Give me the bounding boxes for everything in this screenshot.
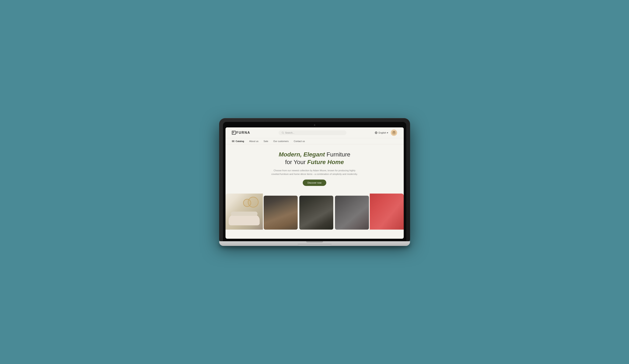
- discover-button[interactable]: Discover now: [303, 180, 326, 186]
- screen-bezel: F FURNA Search...: [223, 122, 406, 241]
- gallery-item-3[interactable]: [299, 196, 333, 230]
- hero-subtitle: Choose from our newest collection by Ada…: [270, 169, 359, 176]
- logo-box: F: [232, 131, 236, 135]
- hero-title-bold2: Future Home: [307, 159, 344, 165]
- gallery-item-5[interactable]: [370, 194, 404, 230]
- nav-sale[interactable]: Sale: [264, 140, 268, 142]
- hero-title-bold1: Modern, Elegant: [279, 151, 325, 158]
- nav-our-customers[interactable]: Our customers: [273, 140, 289, 142]
- red-room-image: [370, 194, 404, 230]
- laptop-base: [219, 241, 410, 246]
- grey-room-image: [335, 196, 369, 230]
- nav-contact[interactable]: Contact us: [294, 140, 305, 142]
- laptop-body: F FURNA Search...: [219, 118, 410, 241]
- dropdown-arrow: ▾: [387, 131, 388, 134]
- chair-image: [264, 196, 298, 230]
- gallery-item-2[interactable]: [264, 196, 298, 230]
- cart-button[interactable]: [391, 129, 397, 136]
- language-selector[interactable]: English ▾: [375, 131, 388, 134]
- catalog-label: Catalog: [236, 140, 244, 142]
- hero-section: Modern, Elegant Furniture for Your Futur…: [225, 144, 404, 190]
- sofa-decoration: [229, 215, 260, 225]
- hamburger-icon: [232, 140, 234, 142]
- svg-line-1: [283, 133, 284, 134]
- globe-icon: [375, 131, 378, 134]
- search-bar[interactable]: Search...: [279, 130, 346, 135]
- cart-icon: [392, 131, 395, 134]
- gallery-item-4[interactable]: [335, 196, 369, 230]
- search-icon: [282, 131, 284, 134]
- product-gallery: [225, 194, 404, 230]
- hero-title: Modern, Elegant Furniture for Your Futur…: [238, 151, 391, 166]
- svg-point-0: [282, 132, 283, 133]
- logo[interactable]: F FURNA: [232, 131, 250, 135]
- site-nav: Catalog About us Sale Our customers Cont…: [225, 138, 404, 144]
- nav-about[interactable]: About us: [249, 140, 258, 142]
- site-header: F FURNA Search...: [225, 127, 404, 138]
- laptop-frame: F FURNA Search...: [219, 118, 410, 246]
- header-right: English ▾: [375, 129, 397, 136]
- logo-text: FURNA: [236, 131, 250, 135]
- hero-title-normal2: for Your: [285, 159, 307, 165]
- browser-screen: F FURNA Search...: [225, 127, 404, 239]
- dark-sofa-image: [299, 196, 333, 230]
- living-room-image: [225, 194, 263, 230]
- language-label: English: [378, 131, 386, 134]
- hero-title-normal1: Furniture: [326, 151, 350, 158]
- search-placeholder: Search...: [285, 131, 295, 134]
- gallery-item-1[interactable]: [225, 194, 263, 230]
- camera-dot: [314, 124, 315, 126]
- nav-catalog[interactable]: Catalog: [232, 140, 244, 142]
